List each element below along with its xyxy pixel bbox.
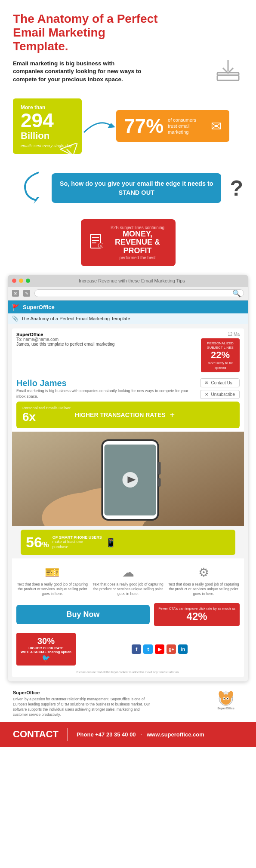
hello-heading: Hello James (16, 378, 196, 388)
envelope-small-icon: ✉ (205, 380, 208, 385)
b2b-section: $ B2B subject lines containing MONEY, RE… (0, 215, 256, 275)
gear-icon: ⚙ (167, 565, 240, 580)
plus-icon: + (170, 410, 175, 420)
personalized-sub: more likely to be opened (208, 361, 233, 370)
stat-294-box: More than 294 Billion emails sent every … (13, 98, 82, 154)
arrow-left-icon (13, 170, 43, 206)
email-client-mockup: Increase Revenue with these Email Market… (8, 275, 248, 682)
pers-delivers: Personalized Emails Deliver (22, 406, 71, 410)
phone-section (12, 432, 244, 526)
icons-row: 🎫 Text that does a really good job of ca… (12, 558, 244, 600)
phone-hand (12, 432, 244, 526)
contact-bar: CONTACT Phone +47 23 35 40 00 · www.supe… (0, 722, 256, 747)
social-30-sub: WITH A SOCIAL sharing option (21, 650, 71, 654)
twitter-button[interactable]: t (143, 644, 153, 654)
svg-text:$: $ (99, 244, 102, 248)
b2b-main: MONEY, REVENUE & PROFIT (108, 230, 167, 255)
icon-col-2: ☁ Text that does a really good job of ca… (92, 565, 164, 596)
contact-website: www.superoffice.com (147, 731, 204, 738)
buy-section: Buy Now Fewer CTA's can improve click ra… (12, 600, 244, 629)
phone-icon: 📱 (105, 537, 116, 548)
flag-icon: 🚩 (12, 304, 19, 311)
social-30-pct: 30% (21, 636, 71, 646)
cloud-icon: ☁ (92, 565, 164, 580)
twitter-icon: 🐦 (21, 654, 71, 662)
hello-section: Hello James Email marketing is big busin… (12, 376, 244, 402)
contact-label: Contact Us (211, 380, 232, 385)
tl-green[interactable] (26, 279, 30, 283)
unsub-label: Unsubscribe (211, 392, 235, 397)
personalized-label: PERSONALIZED SUBJECT LINES (207, 341, 234, 350)
icon-col-2-text: Text that does a really good job of capt… (92, 582, 164, 596)
contact-button[interactable]: ✉ Contact Us (200, 378, 240, 387)
question-section: So, how do you give your email the edge … (0, 162, 256, 215)
question-box: So, how do you give your email the edge … (52, 173, 221, 203)
mail-icon[interactable]: ✉ (12, 290, 19, 297)
social-row: 30% HIGHER CLICK RATE WITH A SOCIAL shar… (12, 629, 244, 669)
svg-rect-20 (158, 462, 161, 475)
youtube-button[interactable]: ▶ (155, 644, 164, 654)
tl-red[interactable] (12, 279, 16, 283)
personalized-overlay: Personalized Emails Deliver 6x HIGHER TR… (16, 402, 240, 428)
pct56-badge: 56% OF SMART PHONE USERS make at least o… (21, 530, 235, 555)
pct56-number: 56 (26, 534, 42, 550)
stat-294-unit: Billion (21, 130, 74, 141)
personalized-badge: PERSONALIZED SUBJECT LINES 22% more like… (201, 338, 240, 372)
stats-row: More than 294 Billion emails sent every … (0, 94, 256, 158)
company-name: SuperOffice (13, 690, 155, 695)
email-body: SuperOffice To: name@name.com James, use… (8, 324, 248, 682)
icon-col-1: 🎫 Text that does a really good job of ca… (16, 565, 89, 596)
social-icons-row: f t ▶ g+ in (80, 644, 240, 654)
svg-rect-21 (158, 478, 161, 487)
cta-badge: Fewer CTA's can improve click rate by as… (154, 603, 240, 626)
client-title: Increase Revenue with these Email Market… (33, 278, 231, 283)
ticket-icon: 🎫 (16, 565, 89, 580)
pers-main: HIGHER TRANSACTION RATES (75, 411, 166, 418)
search-bar[interactable]: 🔍 (34, 289, 244, 297)
contact-phone: Phone +47 23 35 40 00 (77, 731, 136, 738)
header-subtitle: Email marketing is big business with com… (13, 60, 142, 84)
pers-multiplier: 6x (22, 410, 71, 424)
stat-77-sub: of consumers trust email marketing (168, 117, 207, 135)
paper-plane-icon (60, 143, 77, 157)
pct56-section: 56% OF SMART PHONE USERS make at least o… (12, 526, 244, 558)
envelope-icon: ✉ (211, 119, 222, 134)
cta-prefix: Fewer CTA's can improve click rate by as… (158, 607, 235, 610)
b2b-prefix: B2B subject lines containing (108, 225, 167, 230)
svg-line-4 (67, 149, 73, 156)
email-from: SuperOffice (16, 332, 114, 337)
search-icon: 🔍 (232, 289, 241, 298)
clip-icon: 📎 (12, 316, 19, 322)
stat-77-box: 77% of consumers trust email marketing ✉ (116, 110, 229, 142)
facebook-button[interactable]: f (132, 644, 141, 654)
stat-77-number: 77% (124, 116, 163, 136)
question-text: So, how do you give your email the edge … (60, 180, 213, 196)
b2b-box: $ B2B subject lines containing MONEY, RE… (81, 219, 176, 266)
email-to: To: name@name.com (16, 337, 114, 342)
page-header: The Anatomy of a Perfect Email Marketing… (0, 0, 256, 90)
googleplus-button[interactable]: g+ (167, 644, 176, 654)
email-date: 12 Ma (228, 332, 240, 337)
svg-rect-1 (217, 75, 239, 80)
linkedin-button[interactable]: in (178, 644, 188, 654)
svg-text:SuperOffice: SuperOffice (217, 707, 234, 710)
pct56-pct: % (42, 540, 49, 549)
svg-point-25 (221, 694, 231, 705)
company-footer: SuperOffice Driven by a passion for cust… (0, 681, 256, 722)
client-titlebar: Increase Revenue with these Email Market… (8, 275, 248, 287)
buy-now-button[interactable]: Buy Now (16, 605, 150, 624)
personalized-pct: 22% (204, 350, 236, 361)
download-icon (213, 55, 243, 86)
tl-yellow[interactable] (19, 279, 23, 283)
company-desc: Driven by a passion for customer relatio… (13, 697, 155, 718)
compose-icon[interactable]: ✎ (23, 290, 30, 297)
hello-text: Email marketing is big business with com… (16, 388, 196, 399)
svg-point-28 (224, 698, 225, 699)
stat-294-number: 294 (21, 110, 74, 130)
email-preview: James, use this template to perfect emai… (16, 342, 114, 347)
cta-pct: 42% (158, 610, 235, 623)
unsubscribe-button[interactable]: ✕ Unsubscribe (200, 390, 240, 399)
pct56-sub: make at least one purchase (52, 540, 96, 549)
b2b-suffix: performed the best (108, 255, 167, 260)
page-title: The Anatomy of a Perfect Email Marketing… (13, 12, 159, 54)
